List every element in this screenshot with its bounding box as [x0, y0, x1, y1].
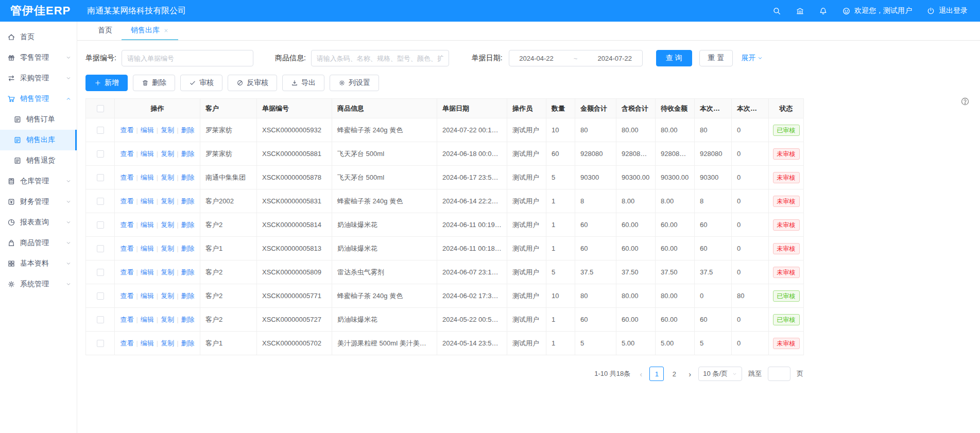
sidebar-item-system[interactable]: 系统管理: [0, 274, 77, 295]
action-view-link[interactable]: 查看: [120, 150, 133, 158]
approve-button[interactable]: 审核: [180, 75, 222, 91]
sidebar-item-warehouse[interactable]: 仓库管理: [0, 171, 77, 192]
action-edit-link[interactable]: 编辑: [141, 174, 154, 181]
action-delete-link[interactable]: 删除: [181, 245, 195, 252]
action-separator: |: [157, 292, 158, 300]
row-checkbox[interactable]: [97, 127, 104, 134]
action-copy-link[interactable]: 复制: [161, 292, 174, 300]
action-delete-link[interactable]: 删除: [181, 150, 195, 158]
row-checkbox[interactable]: [97, 245, 104, 252]
page-size-select[interactable]: 10 条/页: [698, 367, 742, 381]
add-button[interactable]: 新增: [85, 75, 128, 91]
sidebar-item-goods[interactable]: 商品管理: [0, 233, 77, 253]
action-edit-link[interactable]: 编辑: [141, 292, 154, 300]
action-copy-link[interactable]: 复制: [161, 221, 174, 229]
cell-date: 2024-06-02 17:34:03: [437, 284, 507, 308]
action-edit-link[interactable]: 编辑: [141, 126, 154, 134]
row-checkbox[interactable]: [97, 292, 104, 300]
delete-button[interactable]: 删除: [133, 75, 175, 91]
action-view-link[interactable]: 查看: [120, 339, 133, 347]
row-checkbox[interactable]: [97, 221, 104, 229]
sidebar-item-sales-order[interactable]: 销售订单: [0, 109, 77, 130]
action-copy-link[interactable]: 复制: [161, 339, 174, 347]
action-copy-link[interactable]: 复制: [161, 245, 174, 252]
action-view-link[interactable]: 查看: [120, 221, 133, 229]
cell-qty: 5: [546, 261, 575, 284]
action-edit-link[interactable]: 编辑: [141, 197, 154, 205]
action-view-link[interactable]: 查看: [120, 316, 133, 323]
tab-sales-outbound[interactable]: 销售出库: [122, 22, 178, 40]
action-copy-link[interactable]: 复制: [161, 150, 174, 158]
action-copy-link[interactable]: 复制: [161, 174, 174, 181]
welcome-user[interactable]: 欢迎您，测试用户: [842, 6, 912, 15]
action-delete-link[interactable]: 删除: [181, 292, 195, 300]
sidebar-item-report[interactable]: 报表查询: [0, 212, 77, 233]
row-checkbox[interactable]: [97, 150, 104, 158]
jump-page-input[interactable]: [768, 367, 790, 381]
page-button-1[interactable]: 1: [649, 367, 664, 381]
action-edit-link[interactable]: 编辑: [141, 339, 154, 347]
action-copy-link[interactable]: 复制: [161, 316, 174, 323]
sidebar-item-retail[interactable]: 零售管理: [0, 47, 77, 68]
prev-page-button[interactable]: ‹: [639, 370, 643, 378]
sidebar-item-sales-outbound[interactable]: 销售出库: [0, 130, 77, 150]
action-copy-link[interactable]: 复制: [161, 126, 174, 134]
action-delete-link[interactable]: 删除: [181, 221, 195, 229]
reset-button[interactable]: 重 置: [699, 50, 733, 66]
row-checkbox[interactable]: [97, 269, 104, 276]
sidebar-item-home[interactable]: 首页: [0, 27, 77, 47]
action-delete-link[interactable]: 删除: [181, 197, 195, 205]
sidebar-item-sales-return[interactable]: 销售退货: [0, 150, 77, 171]
org-icon[interactable]: [796, 7, 804, 15]
date-range-picker[interactable]: 2024-04-22 ~ 2024-07-22: [509, 50, 643, 66]
action-view-link[interactable]: 查看: [120, 245, 133, 252]
action-delete-link[interactable]: 删除: [181, 316, 195, 323]
cell-qty: 1: [546, 189, 575, 213]
action-delete-link[interactable]: 删除: [181, 268, 195, 276]
help-icon[interactable]: [960, 97, 970, 106]
column-settings-button[interactable]: 列设置: [330, 75, 379, 91]
next-page-button[interactable]: ›: [687, 370, 692, 378]
row-checkbox[interactable]: [97, 316, 104, 323]
expand-link[interactable]: 展开: [741, 54, 763, 63]
action-delete-link[interactable]: 删除: [181, 174, 195, 181]
action-delete-link[interactable]: 删除: [181, 126, 195, 134]
sidebar-item-basic[interactable]: 基本资料: [0, 253, 77, 274]
sidebar-item-sales[interactable]: 销售管理: [0, 89, 77, 109]
select-all-checkbox[interactable]: [97, 105, 104, 112]
row-checkbox[interactable]: [97, 198, 104, 205]
logout-button[interactable]: 退出登录: [926, 6, 968, 15]
action-view-link[interactable]: 查看: [120, 126, 133, 134]
row-checkbox[interactable]: [97, 340, 104, 347]
action-delete-link[interactable]: 删除: [181, 339, 195, 347]
action-edit-link[interactable]: 编辑: [141, 150, 154, 158]
action-edit-link[interactable]: 编辑: [141, 268, 154, 276]
action-separator: |: [136, 150, 137, 158]
search-icon[interactable]: [772, 7, 781, 15]
search-button[interactable]: 查 询: [656, 50, 692, 66]
product-info-input[interactable]: [311, 50, 449, 66]
cell-bill_no: XSCK00000005881: [257, 142, 332, 166]
action-separator: |: [157, 174, 158, 181]
close-icon[interactable]: [163, 28, 169, 33]
action-view-link[interactable]: 查看: [120, 268, 133, 276]
action-edit-link[interactable]: 编辑: [141, 221, 154, 229]
tab-home[interactable]: 首页: [89, 22, 122, 40]
date-start[interactable]: 2024-04-22: [519, 55, 554, 62]
action-edit-link[interactable]: 编辑: [141, 316, 154, 323]
action-view-link[interactable]: 查看: [120, 174, 133, 181]
bell-icon[interactable]: [819, 7, 828, 15]
date-end[interactable]: 2024-07-22: [598, 55, 632, 62]
sidebar-item-finance[interactable]: 财务管理: [0, 192, 77, 212]
bill-no-input[interactable]: [122, 50, 253, 66]
row-checkbox[interactable]: [97, 174, 104, 181]
sidebar-item-purchase[interactable]: 采购管理: [0, 68, 77, 89]
action-edit-link[interactable]: 编辑: [141, 245, 154, 252]
export-button[interactable]: 导出: [282, 75, 324, 91]
action-copy-link[interactable]: 复制: [161, 268, 174, 276]
unapprove-button[interactable]: 反审核: [228, 75, 277, 91]
action-view-link[interactable]: 查看: [120, 292, 133, 300]
action-copy-link[interactable]: 复制: [161, 197, 174, 205]
page-button-2[interactable]: 2: [667, 367, 681, 381]
action-view-link[interactable]: 查看: [120, 197, 133, 205]
